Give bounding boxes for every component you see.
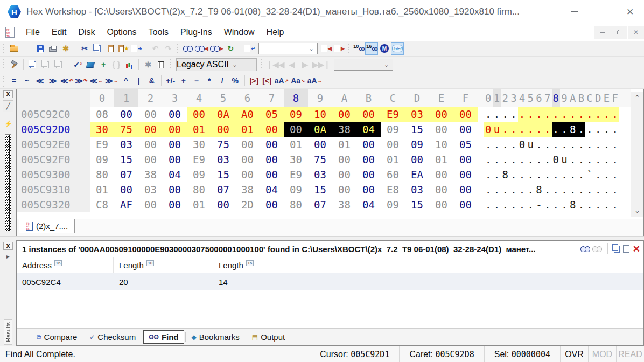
op-insert-after-button[interactable]: |>] xyxy=(248,74,261,87)
hex-byte[interactable]: 00 xyxy=(138,197,163,212)
hex-byte[interactable]: 00 xyxy=(332,182,356,197)
op-shift-left-button[interactable]: ≪ xyxy=(33,74,46,87)
ascii-char[interactable]: . xyxy=(543,107,552,122)
toolbar-grip[interactable] xyxy=(347,43,351,54)
ascii-char[interactable]: . xyxy=(509,107,518,122)
document-system-icon[interactable]: FF 00 2D BA 10 xyxy=(5,27,15,38)
op-togglecase-button[interactable]: aA↔ xyxy=(306,74,324,87)
find-icon[interactable] xyxy=(581,246,590,252)
tools-hammer-button[interactable] xyxy=(8,58,20,71)
ascii-char[interactable]: . xyxy=(560,137,569,152)
ascii-char[interactable]: . xyxy=(493,182,501,197)
ascii-char[interactable]: . xyxy=(535,152,543,167)
toolbar-grip[interactable] xyxy=(260,58,264,71)
save-button[interactable] xyxy=(33,42,46,55)
ascii-char[interactable]: . xyxy=(577,197,586,212)
hex-byte[interactable]: 05 xyxy=(453,137,478,152)
tab-checksum[interactable]: ✓Checksum xyxy=(85,331,141,343)
export-button[interactable]: ➜ xyxy=(130,42,143,55)
stats-add-button[interactable]: + xyxy=(97,58,110,71)
ascii-char[interactable]: . xyxy=(560,182,569,197)
op-negate-button[interactable]: +/- xyxy=(164,74,177,87)
pin-icon[interactable]: ▸ xyxy=(3,252,13,260)
ascii-char[interactable]: . xyxy=(484,137,493,152)
ascii-char[interactable]: . xyxy=(577,122,586,137)
hex-byte[interactable]: 15 xyxy=(405,122,429,137)
op-equals-button[interactable]: = xyxy=(8,74,20,87)
ascii-char[interactable]: . xyxy=(526,107,535,122)
hex-byte[interactable]: 00 xyxy=(453,182,478,197)
paste-button[interactable] xyxy=(104,42,117,55)
radix-16-button[interactable]: 16oo xyxy=(365,42,378,55)
hex-byte[interactable]: 00 xyxy=(211,122,235,137)
ascii-char[interactable]: . xyxy=(611,182,619,197)
copy-button[interactable] xyxy=(91,42,104,55)
menu-item-options[interactable]: Options xyxy=(101,25,142,40)
hex-byte[interactable]: 15 xyxy=(308,182,332,197)
hex-byte[interactable]: 04 xyxy=(356,122,381,137)
close-icon[interactable]: x xyxy=(3,90,13,98)
hex-byte[interactable]: 00 xyxy=(405,152,429,167)
hex-byte[interactable]: 04 xyxy=(260,182,284,197)
hex-byte[interactable]: 00 xyxy=(138,107,163,122)
ascii-char[interactable]: 8 xyxy=(535,182,543,197)
redo-button[interactable]: ↷ xyxy=(162,42,175,55)
hex-byte[interactable]: 38 xyxy=(138,167,163,182)
find-column-address[interactable]: Address16 xyxy=(17,257,114,273)
hex-byte[interactable]: 00 xyxy=(138,122,163,137)
hex-byte[interactable]: 09 xyxy=(284,107,308,122)
hex-byte[interactable]: 60 xyxy=(381,167,405,182)
menu-item-file[interactable]: File xyxy=(20,25,46,40)
ascii-char[interactable]: . xyxy=(594,152,603,167)
menu-item-help[interactable]: Help xyxy=(261,25,290,40)
hex-byte[interactable]: 00 xyxy=(260,137,284,152)
ascii-char[interactable]: . xyxy=(560,122,569,137)
compare-button[interactable] xyxy=(26,58,39,71)
hex-byte[interactable]: 00 xyxy=(308,137,332,152)
find-again-icon[interactable] xyxy=(593,246,601,252)
hex-byte[interactable]: 00 xyxy=(260,167,284,182)
tab-compare[interactable]: ⧉Compare xyxy=(32,331,82,343)
vertical-scrollbar[interactable]: ⌃ ⌄ xyxy=(631,92,643,217)
tab-find[interactable]: ΘΘFind xyxy=(143,330,184,344)
toolbar-grip[interactable] xyxy=(176,43,180,54)
ascii-char[interactable]: . xyxy=(484,182,493,197)
hex-byte[interactable]: 00 xyxy=(138,152,163,167)
ascii-char[interactable]: . xyxy=(569,167,577,182)
hex-byte[interactable]: 03 xyxy=(405,182,429,197)
chevron-down-icon[interactable]: ⌄ xyxy=(381,61,393,68)
document-tab[interactable]: F0 02 DA (2)x_7.... xyxy=(19,219,75,233)
ascii-char[interactable]: . xyxy=(594,122,603,137)
undo-button[interactable]: ↶ xyxy=(149,42,162,55)
nav-combobox[interactable]: ⌄ xyxy=(334,59,393,71)
ascii-char[interactable]: . xyxy=(509,122,518,137)
chevron-down-icon[interactable]: ⌄ xyxy=(305,45,317,52)
hex-byte[interactable]: 09 xyxy=(381,197,405,212)
ascii-char[interactable]: . xyxy=(518,167,527,182)
hex-byte[interactable]: 00 xyxy=(163,182,187,197)
hex-byte[interactable]: 30 xyxy=(284,152,308,167)
hex-byte[interactable]: 09 xyxy=(381,122,405,137)
nav-prev-button[interactable]: ◀ xyxy=(285,58,298,71)
ascii-char[interactable]: . xyxy=(603,137,611,152)
ascii-char[interactable]: . xyxy=(577,137,586,152)
nav-first-button[interactable]: ❘◀◀ xyxy=(265,58,285,71)
hex-byte[interactable]: 15 xyxy=(211,167,235,182)
hex-byte[interactable]: 00 xyxy=(453,197,478,212)
maximize-button[interactable] xyxy=(588,0,616,24)
op-xor-button[interactable]: ^ xyxy=(120,74,132,87)
ascii-char[interactable]: . xyxy=(552,137,561,152)
hex-byte[interactable]: 00 xyxy=(332,167,356,182)
ascii-char[interactable]: . xyxy=(535,167,543,182)
hex-byte[interactable]: 10 xyxy=(429,137,453,152)
radix-badge-icon[interactable]: 10 xyxy=(146,260,154,266)
hex-byte[interactable]: E9 xyxy=(90,137,114,152)
ascii-char[interactable]: . xyxy=(585,182,594,197)
ascii-char[interactable]: . xyxy=(594,167,603,182)
ascii-char[interactable]: . xyxy=(603,167,611,182)
hex-byte[interactable]: 07 xyxy=(308,197,332,212)
hex-byte[interactable]: 38 xyxy=(235,182,260,197)
ascii-char[interactable]: . xyxy=(518,182,527,197)
ascii-char[interactable]: . xyxy=(569,182,577,197)
op-shr-arrow-button[interactable]: ≫→ xyxy=(104,74,120,87)
